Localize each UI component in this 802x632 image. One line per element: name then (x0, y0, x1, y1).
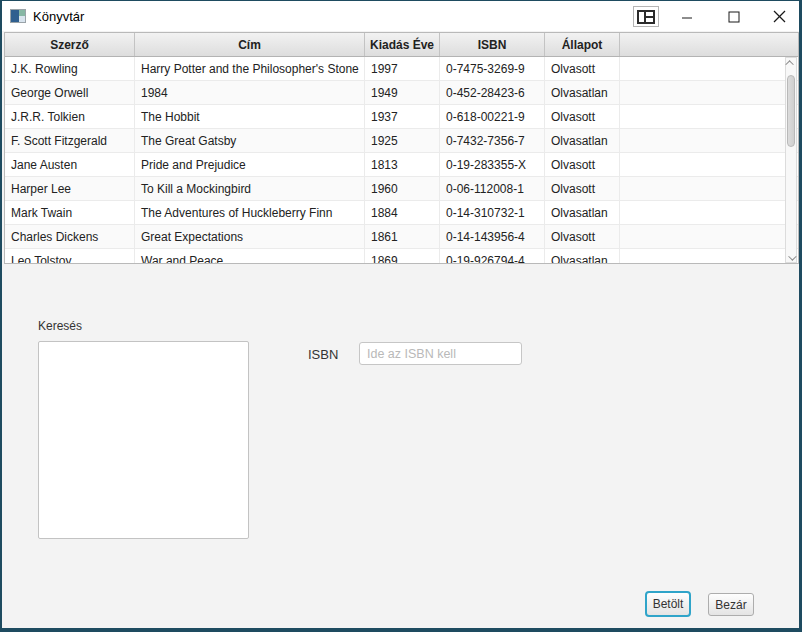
minimize-button[interactable] (674, 6, 700, 27)
table-cell-isbn: 0-7475-3269-9 (440, 57, 545, 80)
titlebar[interactable]: Könyvtár (2, 1, 799, 31)
table-cell-author: F. Scott Fitzgerald (5, 129, 135, 152)
close-dialog-button[interactable]: Bezár (708, 593, 754, 616)
table-cell-title: The Great Gatsby (135, 129, 365, 152)
table-cell-title: Pride and Prejudice (135, 153, 365, 176)
table-cell-status: Olvasott (545, 105, 620, 128)
search-textarea[interactable] (38, 341, 249, 539)
table-cell-year: 1925 (365, 129, 440, 152)
table-cell-status: Olvasatlan (545, 201, 620, 224)
table-cell-year: 1960 (365, 177, 440, 200)
scroll-up-icon[interactable] (786, 58, 796, 67)
table-row[interactable]: J.K. RowlingHarry Potter and the Philoso… (5, 57, 798, 81)
table-cell-author: J.R.R. Tolkien (5, 105, 135, 128)
table-cell-author: Harper Lee (5, 177, 135, 200)
table-cell-author: Mark Twain (5, 201, 135, 224)
table-cell-isbn: 0-7432-7356-7 (440, 129, 545, 152)
table-cell-title: To Kill a Mockingbird (135, 177, 365, 200)
table-body: J.K. RowlingHarry Potter and the Philoso… (5, 57, 798, 264)
table-cell-status: Olvasatlan (545, 129, 620, 152)
search-label: Keresés (38, 319, 82, 333)
table-cell-isbn: 0-19-926794-4 (440, 249, 545, 264)
load-button[interactable]: Betölt (645, 591, 691, 617)
table-row[interactable]: George Orwell198419490-452-28423-6Olvasa… (5, 81, 798, 105)
isbn-label: ISBN (308, 347, 338, 362)
column-header[interactable]: Kiadás Éve (365, 33, 440, 56)
table-cell-year: 1949 (365, 81, 440, 104)
close-button[interactable] (766, 6, 792, 27)
window-title: Könyvtár (33, 9, 84, 24)
column-header[interactable]: Állapot (545, 33, 620, 56)
scroll-down-icon[interactable] (786, 253, 796, 262)
column-header[interactable]: ISBN (440, 33, 545, 56)
table-cell-author: Charles Dickens (5, 225, 135, 248)
maximize-button[interactable] (721, 6, 747, 27)
table-cell-status: Olvasott (545, 153, 620, 176)
books-table: SzerzőCímKiadás ÉveISBNÁllapot J.K. Rowl… (4, 32, 799, 264)
table-row[interactable]: F. Scott FitzgeraldThe Great Gatsby19250… (5, 129, 798, 153)
table-cell-year: 1997 (365, 57, 440, 80)
table-row[interactable]: Charles DickensGreat Expectations18610-1… (5, 225, 798, 249)
column-header[interactable]: Szerző (5, 33, 135, 56)
scrollbar-track[interactable] (786, 67, 796, 253)
table-cell-status: Olvasatlan (545, 81, 620, 104)
table-row[interactable]: Mark TwainThe Adventures of Huckleberry … (5, 201, 798, 225)
column-header[interactable]: Cím (135, 33, 365, 56)
table-cell-title: Great Expectations (135, 225, 365, 248)
table-row[interactable]: Jane AustenPride and Prejudice18130-19-2… (5, 153, 798, 177)
table-cell-title: The Adventures of Huckleberry Finn (135, 201, 365, 224)
vertical-scrollbar[interactable] (785, 57, 797, 263)
table-cell-title: Harry Potter and the Philosopher's Stone (135, 57, 365, 80)
table-cell-year: 1869 (365, 249, 440, 264)
table-cell-status: Olvasott (545, 225, 620, 248)
table-row[interactable]: Harper LeeTo Kill a Mockingbird19600-06-… (5, 177, 798, 201)
table-cell-isbn: 0-452-28423-6 (440, 81, 545, 104)
table-cell-author: George Orwell (5, 81, 135, 104)
table-cell-status: Olvasott (545, 177, 620, 200)
app-window: Könyvtár SzerzőCímKiadás ÉveISBNÁllapot … (0, 0, 802, 632)
table-cell-author: J.K. Rowling (5, 57, 135, 80)
table-cell-isbn: 0-618-00221-9 (440, 105, 545, 128)
table-cell-year: 1813 (365, 153, 440, 176)
scrollbar-thumb[interactable] (787, 75, 795, 147)
table-cell-title: War and Peace (135, 249, 365, 264)
table-cell-author: Jane Austen (5, 153, 135, 176)
split-pane-icon[interactable] (633, 6, 659, 27)
table-cell-status: Olvasatlan (545, 249, 620, 264)
column-header-filler (620, 33, 798, 56)
table-cell-isbn: 0-06-112008-1 (440, 177, 545, 200)
table-cell-year: 1861 (365, 225, 440, 248)
table-cell-title: The Hobbit (135, 105, 365, 128)
table-header-row: SzerzőCímKiadás ÉveISBNÁllapot (5, 33, 798, 57)
table-cell-author: Leo Tolstoy (5, 249, 135, 264)
app-icon (10, 9, 26, 23)
table-cell-year: 1937 (365, 105, 440, 128)
isbn-input[interactable] (359, 342, 522, 365)
table-cell-isbn: 0-14-310732-1 (440, 201, 545, 224)
table-row[interactable]: J.R.R. TolkienThe Hobbit19370-618-00221-… (5, 105, 798, 129)
table-cell-isbn: 0-14-143956-4 (440, 225, 545, 248)
table-cell-title: 1984 (135, 81, 365, 104)
table-cell-year: 1884 (365, 201, 440, 224)
table-row[interactable]: Leo TolstoyWar and Peace18690-19-926794-… (5, 249, 798, 264)
table-cell-isbn: 0-19-283355-X (440, 153, 545, 176)
table-cell-status: Olvasott (545, 57, 620, 80)
